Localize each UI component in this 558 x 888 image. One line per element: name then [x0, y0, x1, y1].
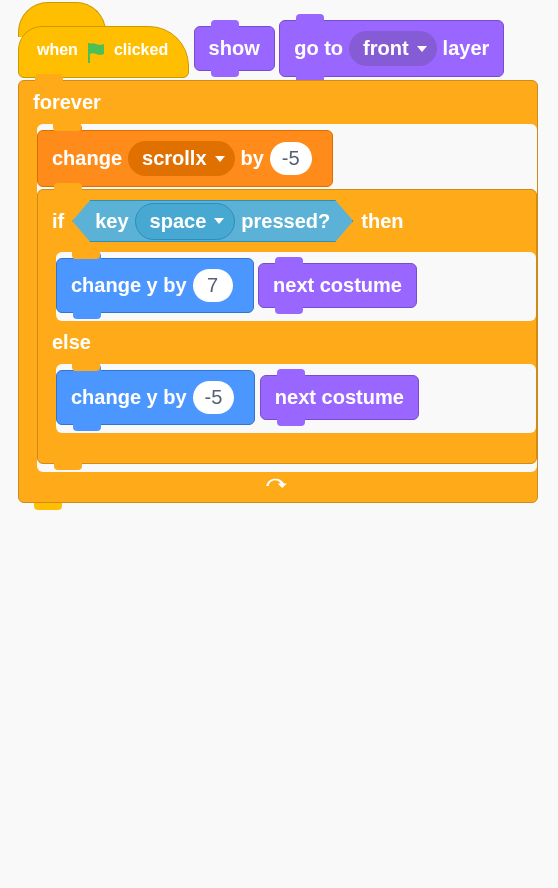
forever-bottom	[19, 472, 537, 502]
change-y-value-down: -5	[205, 386, 223, 409]
script-stack: when clicked show go to front layer fore…	[18, 20, 540, 503]
change-variable-block[interactable]: change scrollx by -5	[37, 130, 333, 187]
forever-label-row: forever	[19, 81, 537, 124]
change-y-value-up: 7	[207, 274, 218, 297]
variable-dropdown[interactable]: scrollx	[128, 141, 234, 176]
go-to-front-layer-block[interactable]: go to front layer	[279, 20, 504, 77]
change-y-by-block-up[interactable]: change y by 7	[56, 258, 254, 313]
variable-name: scrollx	[142, 147, 206, 170]
loop-arrow-icon	[266, 478, 290, 496]
hat-clicked-label: clicked	[114, 41, 168, 65]
variable-change-value: -5	[282, 147, 300, 170]
else-label: else	[52, 331, 91, 354]
by-label: by	[241, 147, 264, 170]
goto-pre-label: go to	[294, 37, 343, 60]
change-y-input-up[interactable]: 7	[193, 269, 233, 302]
if-row: if key space pressed? then	[38, 190, 536, 252]
layer-dropdown-value: front	[363, 37, 409, 60]
forever-label: forever	[33, 91, 101, 114]
then-label: then	[361, 210, 403, 233]
if-label: if	[52, 210, 64, 233]
change-y-by-block-down[interactable]: change y by -5	[56, 370, 255, 425]
change-y-label-down: change y by	[71, 386, 187, 409]
next-costume-label-1: next costume	[273, 274, 402, 297]
show-block[interactable]: show	[194, 26, 275, 71]
else-row: else	[38, 321, 536, 364]
variable-change-input[interactable]: -5	[270, 142, 312, 175]
key-dropdown[interactable]: space	[135, 203, 236, 240]
forever-body: change scrollx by -5 if key space	[37, 124, 537, 472]
change-pre-label: change	[52, 147, 122, 170]
if-true-body: change y by 7 next costume	[56, 252, 536, 321]
key-pre-label: key	[95, 210, 128, 233]
when-green-flag-clicked-block[interactable]: when clicked	[18, 26, 189, 78]
if-false-body: change y by -5 next costume	[56, 364, 536, 433]
goto-post-label: layer	[443, 37, 490, 60]
if-else-block[interactable]: if key space pressed? then change y by	[37, 189, 537, 464]
show-label: show	[209, 37, 260, 60]
change-y-input-down[interactable]: -5	[193, 381, 235, 414]
key-dropdown-value: space	[150, 210, 207, 233]
pressed-label: pressed?	[241, 210, 330, 233]
forever-block[interactable]: forever change scrollx by -5 if key	[18, 80, 538, 503]
layer-dropdown[interactable]: front	[349, 31, 437, 66]
next-costume-block-1[interactable]: next costume	[258, 263, 417, 308]
next-costume-label-2: next costume	[275, 386, 404, 409]
hat-when-label: when	[37, 41, 78, 65]
green-flag-icon	[84, 41, 108, 65]
if-else-bottom	[38, 433, 536, 463]
change-y-label-up: change y by	[71, 274, 187, 297]
key-pressed-boolean[interactable]: key space pressed?	[72, 200, 353, 242]
next-costume-block-2[interactable]: next costume	[260, 375, 419, 420]
